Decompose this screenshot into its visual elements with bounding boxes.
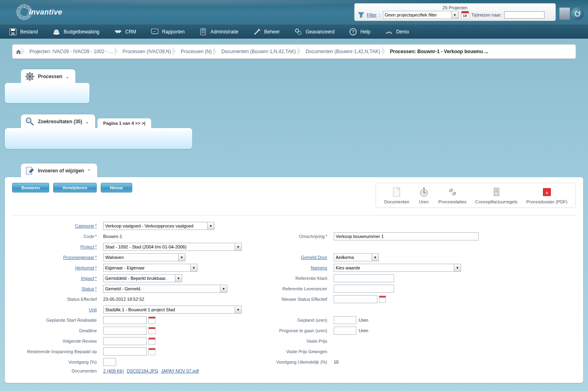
impact-dropdown-btn[interactable]: ▼ — [175, 274, 182, 282]
doc-link-file[interactable]: JAPAY NOV 07.pdf — [161, 368, 199, 373]
deadline-input[interactable] — [103, 327, 147, 335]
breadcrumb-item-current: Processen: Bouwnr-1 - Verkoop bouwnu ... — [384, 49, 492, 54]
menu-beheer[interactable]: Beheer — [246, 25, 287, 39]
verwijderen-button[interactable]: Verwijderen — [53, 183, 97, 192]
filter-dropdown-btn[interactable]: ▼ — [451, 11, 459, 19]
status-select[interactable] — [103, 285, 220, 293]
tijdreizen-input[interactable] — [504, 11, 544, 19]
referentie-klant-input[interactable] — [334, 274, 394, 282]
label-volgende-review: Volgende Review — [16, 339, 97, 343]
svg-line-28 — [32, 73, 33, 74]
label-gepland-uren: Gepland (uren) — [255, 318, 327, 323]
tab-zoekresultaten[interactable]: Zoekresultaten (35) ⌄ — [21, 114, 95, 128]
ql-documenten[interactable]: Documenten — [384, 186, 409, 204]
calendar-icon[interactable]: 18 — [461, 11, 469, 19]
calendar-btn[interactable] — [148, 348, 156, 355]
svg-point-15 — [298, 31, 301, 35]
menu-budgetbewaking[interactable]: Budgetbewaking — [45, 25, 107, 39]
svg-rect-6 — [202, 29, 205, 31]
home-icon[interactable] — [16, 49, 21, 54]
zoekresultaten-content — [5, 128, 192, 149]
quick-links: Documenten Uren Procesrelaties Conceptfa… — [376, 183, 576, 208]
building-icon[interactable] — [559, 7, 570, 20]
menu-crm[interactable]: CRM — [107, 25, 143, 39]
svg-rect-4 — [152, 29, 158, 33]
menu-administratie[interactable]: Administratie — [192, 25, 245, 39]
menu-rapporten[interactable]: Rapporten — [143, 25, 192, 39]
save-disk-icon — [9, 28, 17, 36]
herkomst-select[interactable] — [103, 264, 190, 272]
logo: invantive — [16, 4, 62, 20]
doc-link-count[interactable]: 2 (409 Kb) — [103, 368, 124, 373]
referentie-leverancier-input[interactable] — [334, 285, 394, 293]
project-dropdown-btn[interactable]: ▼ — [235, 243, 242, 251]
refresh-icon[interactable] — [571, 7, 584, 20]
breadcrumb-item[interactable]: Projecten: IVAC09 - IVAC09 - 1002 - ... — [24, 49, 117, 54]
form-edit-icon — [25, 166, 35, 176]
tab-invoeren[interactable]: Invoeren of wijzigen ⌃ — [21, 163, 97, 177]
processen-content — [5, 83, 89, 103]
svg-point-13 — [254, 33, 256, 35]
tools-icon — [253, 28, 261, 36]
breadcrumb-item[interactable]: Documenten (Bouwnr-1,N,42,TAK) — [216, 49, 300, 54]
impact-select[interactable] — [103, 274, 175, 282]
menu-help[interactable]: ? Help — [342, 25, 378, 39]
calendar-btn[interactable] — [148, 317, 156, 324]
question-icon: ? — [349, 28, 357, 36]
menu-demo[interactable]: Demo — [378, 25, 416, 39]
status-dropdown-btn[interactable]: ▼ — [220, 285, 227, 293]
project-select[interactable] — [103, 243, 235, 251]
menu-geavanceerd[interactable]: Geavanceerd — [287, 25, 342, 39]
nieuw-button[interactable]: Nieuw — [101, 183, 132, 192]
ql-procesdossier[interactable]: A Procesdossier (PDF) — [526, 186, 567, 204]
logo-text: invantive — [29, 8, 62, 17]
label-impact: Impact* — [16, 276, 97, 281]
gemeld-door-select[interactable] — [334, 253, 372, 261]
unit-select[interactable] — [103, 306, 235, 314]
handshake-icon — [114, 28, 122, 36]
calendar-btn[interactable] — [148, 337, 156, 345]
breadcrumb-item[interactable]: Processen (IVAC09,N) — [117, 49, 175, 54]
categorie-select[interactable] — [103, 222, 207, 230]
namens-select[interactable] — [334, 264, 454, 272]
label-resterende: Resterende Inspanning Bepaald op — [16, 349, 97, 354]
proceseigenaar-select[interactable] — [103, 253, 178, 261]
volgende-review-input[interactable] — [103, 337, 147, 345]
receipt-icon — [491, 186, 502, 198]
ql-procesrelaties[interactable]: Procesrelaties — [438, 186, 467, 204]
gemeld-door-dropdown-btn[interactable]: ▼ — [372, 253, 379, 261]
omschrijving-input[interactable] — [334, 232, 479, 240]
ql-uren[interactable]: Uren — [418, 186, 430, 204]
label-voortgang: Voortgang (%) — [16, 360, 97, 364]
stopwatch-icon — [418, 186, 430, 198]
calendar-btn[interactable] — [148, 327, 156, 334]
label-namens: Namens — [255, 265, 327, 270]
nieuwe-status-effectief-input[interactable] — [334, 295, 377, 303]
proceseigenaar-dropdown-btn[interactable]: ▼ — [178, 253, 185, 261]
label-herkomst: Herkomst* — [16, 265, 97, 270]
prognose-input[interactable] — [334, 327, 356, 335]
bewaren-button[interactable]: Bewaren — [12, 183, 49, 192]
filter-label[interactable]: Filter — [367, 12, 376, 17]
doc-link-file[interactable]: DSC02184.JPG — [127, 368, 158, 373]
svg-point-11 — [203, 33, 204, 33]
svg-point-8 — [203, 31, 204, 32]
ql-conceptfactuurregels[interactable]: Conceptfactuurregels — [475, 186, 517, 204]
breadcrumb-item[interactable]: Processen (N) — [175, 49, 216, 54]
funnel-icon — [358, 12, 364, 18]
voortgang-input[interactable] — [103, 358, 116, 366]
herkomst-dropdown-btn[interactable]: ▼ — [190, 264, 197, 272]
geplande-start-input[interactable] — [103, 316, 147, 324]
breadcrumb-item[interactable]: Documenten (Bouwnr-1,42,N,TAK) — [300, 49, 384, 54]
gepland-uren-input[interactable] — [334, 316, 356, 324]
calendar-btn[interactable] — [379, 296, 386, 303]
categorie-dropdown-btn[interactable]: ▼ — [207, 222, 214, 230]
svg-line-25 — [27, 73, 28, 74]
pagination[interactable]: Pagina 1 van 4 >> >| — [98, 118, 151, 128]
menu-bestand[interactable]: Bestand — [2, 25, 45, 39]
tab-processen[interactable]: Processen ⌄ — [21, 69, 75, 83]
filter-select[interactable] — [383, 11, 451, 19]
namens-dropdown-btn[interactable]: ▼ — [454, 264, 461, 272]
resterende-input[interactable] — [103, 348, 147, 356]
unit-dropdown-btn[interactable]: ▼ — [235, 306, 242, 314]
